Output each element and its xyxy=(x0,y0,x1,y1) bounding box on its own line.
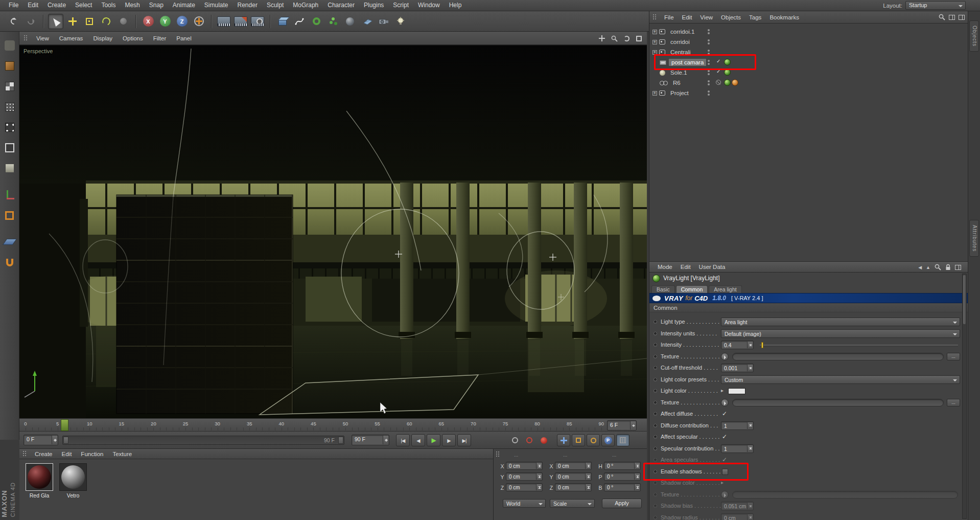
coordinate-input[interactable]: 0 ° xyxy=(604,472,641,481)
viewport-menu-options[interactable]: Options xyxy=(118,35,148,41)
range-start-stepper[interactable] xyxy=(52,436,57,444)
lock-x-axis-button[interactable]: X xyxy=(141,14,156,29)
viewport-view-label[interactable]: Perspective xyxy=(24,48,53,54)
number-input[interactable]: 0.051 cm xyxy=(721,502,754,510)
menu-create[interactable]: Create xyxy=(43,0,71,11)
stepper[interactable] xyxy=(536,473,542,480)
tab-basic[interactable]: Basic xyxy=(651,285,675,293)
number-input[interactable]: 0.001 xyxy=(721,364,754,372)
menu-animate[interactable]: Animate xyxy=(168,0,200,11)
apply-button[interactable]: Apply xyxy=(602,499,642,508)
coordinate-mode-dropdown[interactable]: World xyxy=(503,499,546,508)
record-parameter-button[interactable]: P xyxy=(601,434,615,446)
keyframe-dot[interactable] xyxy=(654,366,657,370)
color-expand-arrow[interactable]: ▸ xyxy=(721,480,724,485)
visibility-toggles[interactable] xyxy=(708,89,710,97)
range-end-input[interactable]: 90 F xyxy=(352,435,389,445)
lock-y-axis-button[interactable]: Y xyxy=(157,14,173,29)
visibility-toggles[interactable] xyxy=(708,38,710,46)
subdivision-surface-button[interactable] xyxy=(309,14,324,29)
number-input[interactable]: 1 xyxy=(721,421,754,430)
object-row-corridoi[interactable]: +corridoi xyxy=(649,37,968,47)
menu-simulate[interactable]: Simulate xyxy=(200,0,233,11)
stepper[interactable] xyxy=(536,484,542,490)
checkbox[interactable] xyxy=(722,469,728,475)
keyframe-dot[interactable] xyxy=(654,516,657,519)
model-mode-button[interactable] xyxy=(3,59,16,73)
object-row-corridoi-1[interactable]: +corridoi.1 xyxy=(649,27,968,37)
coordinate-system-button[interactable] xyxy=(191,14,206,29)
viewport-menu-panel[interactable]: Panel xyxy=(171,35,196,41)
coordinate-input[interactable]: 0 cm xyxy=(555,483,592,491)
material-thumbnail[interactable] xyxy=(59,463,87,491)
vray-orange-tag-icon[interactable] xyxy=(732,79,738,86)
keyframe-dot[interactable] xyxy=(654,504,657,508)
object-manager-menu-tags[interactable]: Tags xyxy=(745,14,765,20)
coordinate-input[interactable]: 0 cm xyxy=(506,472,543,481)
number-input[interactable]: 1 xyxy=(721,444,754,453)
color-expand-arrow[interactable]: ▸ xyxy=(721,388,724,393)
object-manager-menu-view[interactable]: View xyxy=(696,14,717,20)
menu-mesh[interactable]: Mesh xyxy=(120,0,144,11)
material-item-vetro[interactable]: Vetro xyxy=(57,463,89,499)
color-swatch[interactable] xyxy=(728,388,745,394)
menu-sculpt[interactable]: Sculpt xyxy=(262,0,288,11)
parent-up-icon[interactable]: ▲ xyxy=(926,265,930,270)
menu-edit[interactable]: Edit xyxy=(23,0,43,11)
texture-arrow-button[interactable] xyxy=(721,353,729,360)
menu-snap[interactable]: Snap xyxy=(145,0,168,11)
materials-menu-function[interactable]: Function xyxy=(76,451,108,457)
menu-tools[interactable]: Tools xyxy=(97,0,120,11)
search-icon[interactable] xyxy=(935,264,941,270)
stepper[interactable] xyxy=(747,422,753,429)
layout-panes-icon[interactable] xyxy=(955,265,961,270)
record-pla-button[interactable] xyxy=(616,434,629,446)
scale-tool-button[interactable] xyxy=(82,14,97,29)
spline-pen-button[interactable] xyxy=(292,14,307,29)
viewport-menu-cameras[interactable]: Cameras xyxy=(54,35,88,41)
menu-help[interactable]: Help xyxy=(445,0,466,11)
panel-grip[interactable] xyxy=(496,451,500,458)
lock-z-axis-button[interactable]: Z xyxy=(174,14,190,29)
stepper[interactable] xyxy=(747,342,753,348)
goto-end-button[interactable]: ▶| xyxy=(457,434,471,446)
tab-common[interactable]: Common xyxy=(676,285,708,293)
keyframe-dot[interactable] xyxy=(654,481,657,485)
preview-range-slider[interactable]: 90 F xyxy=(62,436,344,445)
viewport-menu-view[interactable]: View xyxy=(31,35,54,41)
object-manager-menu-edit[interactable]: Edit xyxy=(678,14,696,20)
object-row-sole-1[interactable]: Sole.1✓ xyxy=(649,67,968,78)
snap-button[interactable] xyxy=(3,256,16,269)
visibility-toggles[interactable] xyxy=(708,49,710,56)
keyframe-dot[interactable] xyxy=(654,355,657,358)
visibility-toggles[interactable] xyxy=(708,69,710,76)
rotate-view-button[interactable] xyxy=(622,34,631,42)
object-axis-button[interactable] xyxy=(3,188,16,201)
panel-grip[interactable] xyxy=(24,35,28,41)
viewport-menu-filter[interactable]: Filter xyxy=(148,35,172,41)
material-item-red-gla[interactable]: Red Gla xyxy=(24,463,55,499)
texture-field[interactable] xyxy=(732,353,944,360)
keyframe-dot[interactable] xyxy=(654,343,657,347)
menu-select[interactable]: Select xyxy=(71,0,97,11)
next-frame-button[interactable]: ▶ xyxy=(442,434,456,446)
coordinate-input[interactable]: 0 cm xyxy=(555,462,592,470)
layout-panes-icon[interactable] xyxy=(959,15,965,20)
vray-green-tag-icon[interactable] xyxy=(724,59,731,65)
keyframe-selection-button[interactable] xyxy=(509,435,521,446)
pan-view-button[interactable] xyxy=(598,34,606,42)
keyframe-dot[interactable] xyxy=(654,332,657,335)
checkbox-checked-icon[interactable]: ✓ xyxy=(722,456,727,463)
materials-menu-texture[interactable]: Texture xyxy=(108,451,136,457)
rotate-tool-button[interactable] xyxy=(99,14,114,29)
dropdown[interactable]: Default (image) xyxy=(721,329,960,338)
workplane-button[interactable] xyxy=(3,235,16,248)
current-frame-input[interactable]: 6 F xyxy=(607,420,637,431)
keyframe-dot[interactable] xyxy=(654,389,657,393)
coordinate-input[interactable]: 0 cm xyxy=(555,472,592,481)
object-row-centrali[interactable]: +Centrali xyxy=(649,47,968,57)
search-icon[interactable] xyxy=(939,14,945,20)
keyframe-dot[interactable] xyxy=(654,435,657,439)
keyframe-dot[interactable] xyxy=(654,424,657,427)
menu-character[interactable]: Character xyxy=(323,0,359,11)
